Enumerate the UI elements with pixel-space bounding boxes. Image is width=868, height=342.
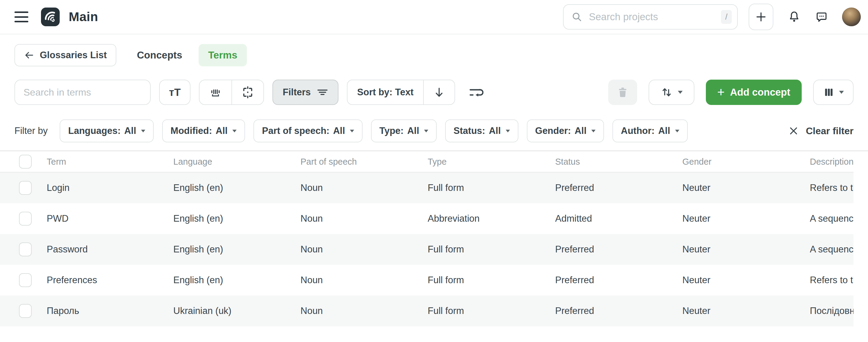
filter-status[interactable]: Status: All: [445, 119, 518, 142]
clear-filter-label: Clear filter: [806, 125, 854, 137]
row-checkbox[interactable]: [19, 273, 32, 287]
sort-by-button[interactable]: Sort by: Text: [347, 80, 423, 104]
table-row[interactable]: Пароль Ukrainian (uk) Noun Full form Pre…: [0, 295, 854, 326]
clear-filter-button[interactable]: Clear filter: [788, 125, 854, 137]
filter-modified[interactable]: Modified: All: [162, 119, 245, 142]
hamburger-menu-icon[interactable]: [14, 11, 28, 22]
filter-by-label: Filter by: [14, 125, 48, 136]
filters-button[interactable]: Filters: [273, 80, 338, 105]
chevron-down-icon: [678, 91, 683, 94]
chevron-down-icon: [141, 130, 145, 133]
create-project-button[interactable]: [749, 4, 773, 30]
search-projects-input[interactable]: [589, 11, 721, 23]
filter-name: Author:: [621, 125, 655, 136]
term-cell: PWD: [47, 213, 173, 224]
add-concept-label: Add concept: [730, 87, 790, 98]
user-avatar[interactable]: [842, 7, 861, 26]
filter-gender[interactable]: Gender: All: [527, 119, 604, 142]
filter-name: Type:: [379, 125, 404, 136]
column-header-gender[interactable]: Gender: [682, 157, 810, 167]
delete-button-disabled[interactable]: [608, 80, 637, 105]
filter-bar: Filter by Languages: All Modified: All P…: [14, 119, 854, 142]
filter-name: Gender:: [535, 125, 571, 136]
filter-icon: [317, 88, 328, 97]
chevron-down-icon: [424, 130, 428, 133]
type-cell: Full form: [428, 182, 555, 193]
row-checkbox[interactable]: [19, 243, 32, 256]
exact-match-button[interactable]: [231, 80, 264, 104]
notifications-button[interactable]: [787, 10, 801, 24]
crowdin-logo-icon: [42, 9, 58, 25]
sort-by-control: Sort by: Text: [347, 80, 455, 105]
filter-value: All: [575, 125, 587, 136]
search-options-group: [199, 80, 264, 105]
table-row[interactable]: Login English (en) Noun Full form Prefer…: [0, 172, 854, 203]
sort-direction-button[interactable]: [423, 80, 455, 104]
column-header-status[interactable]: Status: [555, 157, 682, 167]
wrap-text-button[interactable]: [468, 86, 484, 98]
description-cell: Refers to the: [810, 275, 854, 286]
select-all-checkbox[interactable]: [19, 155, 32, 169]
exact-match-icon: [241, 85, 255, 99]
back-to-glossaries-button[interactable]: Glossaries List: [14, 44, 116, 66]
top-bar: Main /: [0, 0, 868, 34]
search-icon: [571, 11, 582, 22]
language-cell: English (en): [173, 213, 301, 224]
row-checkbox[interactable]: [19, 212, 32, 226]
table-row[interactable]: Password English (en) Noun Full form Pre…: [0, 234, 854, 265]
filter-value: All: [333, 125, 345, 136]
type-cell: Full form: [428, 244, 555, 255]
column-header-language[interactable]: Language: [173, 157, 301, 167]
close-icon: [788, 126, 799, 136]
column-header-term[interactable]: Term: [47, 157, 173, 167]
filter-author[interactable]: Author: All: [613, 119, 688, 142]
filter-value: All: [489, 125, 501, 136]
description-cell: A sequence o: [810, 213, 854, 224]
filter-languages[interactable]: Languages: All: [60, 119, 154, 142]
description-cell: Refers to the: [810, 182, 854, 193]
column-header-part-of-speech[interactable]: Part of speech: [301, 157, 428, 167]
tab-concepts[interactable]: Concepts: [134, 50, 185, 61]
add-concept-button[interactable]: + Add concept: [706, 80, 802, 105]
gender-cell: Neuter: [682, 213, 810, 224]
project-search[interactable]: /: [563, 4, 738, 30]
search-shortcut-badge: /: [721, 10, 732, 24]
app-logo[interactable]: [41, 7, 60, 26]
filter-type[interactable]: Type: All: [371, 119, 437, 142]
status-cell: Preferred: [555, 275, 682, 286]
filter-name: Modified:: [170, 125, 212, 136]
term-cell: Password: [47, 244, 173, 255]
table-row[interactable]: Preferences English (en) Noun Full form …: [0, 265, 854, 295]
gender-cell: Neuter: [682, 244, 810, 255]
column-header-description[interactable]: Description (co: [810, 157, 854, 167]
tab-terms[interactable]: Terms: [198, 44, 247, 66]
column-header-type[interactable]: Type: [428, 157, 555, 167]
terms-toolbar: тT Filters: [14, 80, 854, 105]
row-checkbox[interactable]: [19, 304, 32, 318]
terms-table: Term Language Part of speech Type Status…: [0, 150, 868, 326]
columns-dropdown-button[interactable]: [813, 80, 854, 105]
term-cell: Preferences: [47, 275, 173, 286]
arrow-left-icon: [24, 50, 34, 60]
row-checkbox[interactable]: [19, 181, 32, 195]
description-cell: A sequence o: [810, 244, 854, 255]
filters-button-label: Filters: [283, 87, 311, 98]
language-cell: English (en): [173, 244, 301, 255]
whole-word-button[interactable]: [199, 80, 231, 104]
term-cell: Login: [47, 182, 173, 193]
table-row[interactable]: PWD English (en) Noun Abbreviation Admit…: [0, 203, 854, 234]
gender-cell: Neuter: [682, 182, 810, 193]
topbar-actions: /: [563, 4, 861, 30]
filter-name: Languages:: [68, 125, 121, 136]
chevron-down-icon: [839, 91, 844, 94]
status-cell: Preferred: [555, 244, 682, 255]
match-case-button[interactable]: тT: [159, 80, 190, 105]
gender-cell: Neuter: [682, 275, 810, 286]
import-export-dropdown-button[interactable]: [649, 80, 694, 105]
bell-icon: [787, 10, 801, 24]
filter-part-of-speech[interactable]: Part of speech: All: [253, 119, 363, 142]
status-cell: Preferred: [555, 306, 682, 316]
type-cell: Abbreviation: [428, 213, 555, 224]
search-terms-input[interactable]: [14, 80, 151, 105]
messages-button[interactable]: [815, 10, 828, 24]
